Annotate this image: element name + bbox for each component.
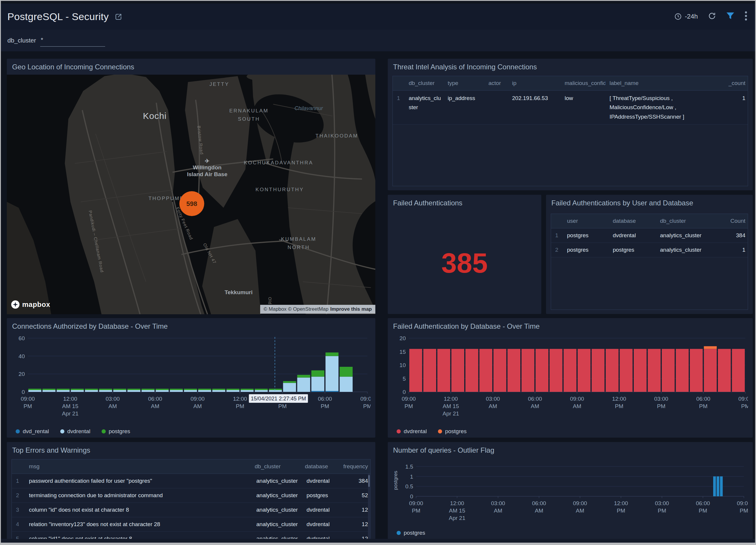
- svg-text:PM: PM: [617, 508, 625, 514]
- column-header[interactable]: db_cluster: [251, 463, 301, 470]
- attribution-text: © Mapbox © OpenStreetMap: [264, 306, 329, 312]
- column-header[interactable]: malicious_confidence: [561, 80, 605, 87]
- filter-bar: db_cluster *: [1, 30, 755, 51]
- refresh-icon[interactable]: [708, 12, 716, 21]
- panel-connections-chart: Connections Authorized by Database - Ove…: [7, 318, 375, 438]
- column-header[interactable]: msg: [25, 463, 251, 470]
- svg-text:09:00: 09:00: [402, 396, 416, 402]
- table-cell: column "id" does not exist at character …: [25, 507, 252, 513]
- svg-text:20: 20: [19, 371, 25, 377]
- time-range-control[interactable]: -24h: [674, 13, 698, 20]
- map-cluster-marker[interactable]: 598: [179, 191, 204, 216]
- column-header[interactable]: user: [563, 218, 609, 224]
- svg-text:0: 0: [410, 493, 413, 500]
- map-label: ✈: [205, 158, 210, 164]
- filter-input[interactable]: *: [40, 36, 105, 47]
- legend-item-postgres[interactable]: postgres: [397, 530, 425, 536]
- svg-text:AM: AM: [193, 403, 202, 409]
- legend-dot: [60, 429, 64, 433]
- map-label: KUMBALAM: [281, 236, 317, 242]
- map-label: SOUTH: [238, 116, 260, 122]
- map-label: JETTY: [209, 81, 229, 87]
- table-cell: 4: [12, 521, 25, 528]
- mapbox-logo[interactable]: mapbox: [11, 300, 50, 309]
- table-cell: [ ThreatType/Suspicious , MaliciousConfi…: [605, 94, 729, 121]
- filter-icon[interactable]: [726, 12, 734, 21]
- table-cell: analytics_cluster: [252, 478, 302, 484]
- map-attribution: © Mapbox © OpenStreetMap Improve this ma…: [260, 305, 375, 314]
- outlier-chart[interactable]: 00.511.509:00PM12:00AM 15Apr 2103:00AM06…: [392, 457, 748, 528]
- table-cell: postgres: [563, 232, 609, 239]
- table-scrollbar[interactable]: [368, 474, 370, 543]
- map-label: THAIKOODAM: [315, 133, 358, 139]
- legend-item-postgres[interactable]: postgres: [438, 428, 467, 435]
- column-header[interactable]: db_cluster: [405, 80, 444, 87]
- column-header[interactable]: database: [301, 463, 339, 470]
- svg-text:06:00: 06:00: [528, 396, 542, 402]
- svg-text:09:00: 09:00: [737, 500, 748, 506]
- svg-text:09:00: 09:00: [21, 396, 35, 402]
- table-row[interactable]: 1password authentication failed for user…: [12, 474, 370, 488]
- table-cell: ip_address: [444, 94, 484, 103]
- table-cell: 1: [12, 478, 25, 484]
- connections-chart[interactable]: 020406009:00PM12:00AM 15Apr 2103:00AM06:…: [12, 333, 371, 423]
- table-row[interactable]: 2terminating connection due to administr…: [12, 488, 370, 503]
- legend-item-postgres[interactable]: postgres: [102, 428, 130, 435]
- kebab-menu-icon[interactable]: [744, 11, 747, 22]
- panel-threat-intel: Threat Intel Analysis of Incoming Connec…: [388, 59, 753, 190]
- table-cell: 384: [726, 232, 748, 239]
- map-canvas[interactable]: JETTYKochiERNAKULAMSOUTHChilavannurTHAIK…: [7, 75, 375, 314]
- column-header[interactable]: _count: [724, 80, 748, 87]
- improve-map-link[interactable]: Improve this map: [330, 306, 372, 312]
- svg-text:0: 0: [403, 389, 406, 395]
- failed-auth-count: 385: [388, 247, 541, 279]
- legend-dot: [397, 531, 401, 535]
- svg-text:Apr 21: Apr 21: [449, 515, 465, 521]
- column-header[interactable]: type: [444, 80, 484, 87]
- table-row[interactable]: 1analytics_clusterip_address202.191.66.5…: [393, 91, 748, 125]
- svg-text:15: 15: [400, 349, 406, 355]
- column-header[interactable]: db_cluster: [656, 218, 726, 224]
- table-cell: 1: [726, 247, 748, 253]
- svg-text:0.5: 0.5: [405, 483, 413, 489]
- column-header[interactable]: actor: [484, 80, 508, 87]
- table-cell: 12: [341, 507, 370, 513]
- svg-text:12:00: 12:00: [612, 396, 626, 402]
- legend-label: postgres: [404, 530, 425, 536]
- table-row[interactable]: 2postgrespostgresanalytics_cluster1: [551, 243, 748, 257]
- column-header[interactable]: label_name: [605, 80, 724, 87]
- table-row[interactable]: 1postgresdvdrentalanalytics_cluster384: [551, 229, 748, 243]
- panel-failed-authentications: Failed Authentications 385: [388, 195, 541, 314]
- svg-text:1: 1: [410, 474, 413, 480]
- column-header[interactable]: frequency: [339, 463, 370, 470]
- map-label: Chilavannur: [294, 105, 323, 111]
- map-label: Kochi: [143, 111, 167, 121]
- failed-auth-chart[interactable]: 0510152009:00PM12:00AM 15Apr 2103:00AM06…: [392, 333, 748, 423]
- table-cell: analytics_cluster: [656, 247, 726, 253]
- legend-item-dvd_rental[interactable]: dvd_rental: [16, 428, 49, 435]
- svg-text:Apr 21: Apr 21: [443, 410, 459, 417]
- legend-item-dvdrental[interactable]: dvdrental: [60, 428, 90, 435]
- svg-text:AM 15: AM 15: [443, 403, 459, 409]
- dashboard: PostgreSQL - Security -24h: [1, 1, 755, 543]
- panel-title: Failed Authentication by Database - Over…: [393, 322, 748, 330]
- legend-item-dvdrental[interactable]: dvdrental: [397, 428, 427, 435]
- table-cell: low: [561, 94, 605, 103]
- svg-text:postgres: postgres: [393, 471, 398, 490]
- column-header[interactable]: Count: [726, 218, 748, 224]
- mapbox-wordmark: mapbox: [22, 300, 50, 309]
- svg-text:5: 5: [403, 376, 406, 382]
- column-header[interactable]: ip: [508, 80, 561, 87]
- table-row[interactable]: 3column "id" does not exist at character…: [12, 503, 370, 517]
- svg-text:03:00: 03:00: [486, 396, 500, 402]
- table-row[interactable]: 4relation "inventory123" does not exist …: [12, 517, 370, 532]
- legend-label: postgres: [109, 428, 130, 435]
- share-icon[interactable]: [114, 12, 123, 22]
- svg-text:06:00: 06:00: [532, 500, 546, 506]
- panel-geo-location: Geo Location of Incoming Connections: [7, 59, 375, 314]
- table-cell: 12: [341, 521, 370, 528]
- column-header[interactable]: database: [609, 218, 656, 224]
- panel-outlier-chart: Number of queries - Outlier Flag 00.511.…: [388, 442, 753, 539]
- svg-text:PM: PM: [615, 403, 623, 409]
- legend-dot: [16, 429, 20, 433]
